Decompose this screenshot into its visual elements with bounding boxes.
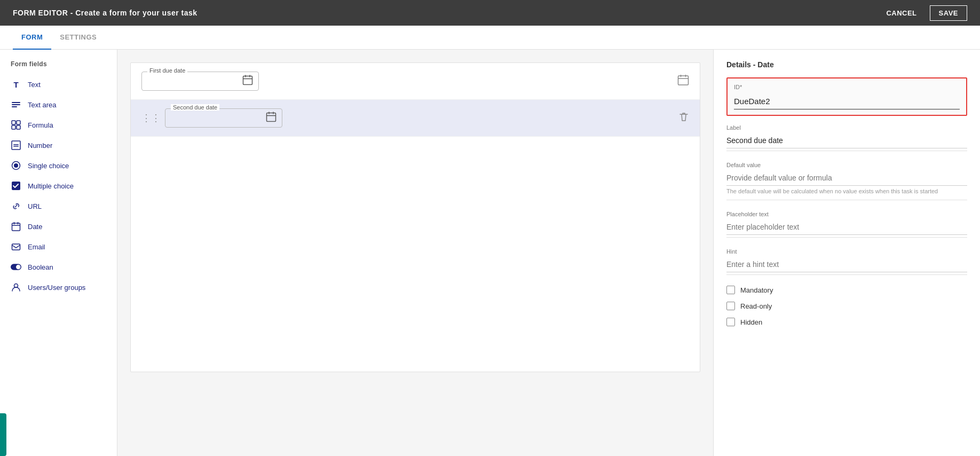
id-field-box: ID* [726,77,967,116]
tab-form[interactable]: FORM [13,26,51,50]
label-field-label: Label [726,124,967,131]
delete-icon[interactable] [678,112,689,125]
mandatory-checkbox-row[interactable]: Mandatory [726,286,967,294]
header: FORM EDITOR - Create a form for your use… [0,0,980,26]
second-due-date-row-actions [678,112,689,125]
cancel-button[interactable]: CANCEL [880,5,923,21]
url-icon [11,201,21,211]
formula-icon [11,120,21,130]
id-field-label: ID* [734,84,960,90]
details-title: Details - Date [726,60,967,69]
date-icon [11,221,21,232]
users-icon [11,282,21,293]
placeholder-text-label: Placeholder text [726,211,967,217]
second-due-date-row[interactable]: ⋮⋮ Second due date [131,100,700,137]
boolean-icon [11,262,21,272]
email-icon [11,241,21,252]
second-due-date-field[interactable]: Second due date [165,108,282,128]
first-due-date-label: First due date [147,67,187,74]
tabs-bar: FORM SETTINGS [0,26,980,50]
placeholder-text-field-group: Placeholder text [726,211,967,238]
default-value-input[interactable] [726,170,967,186]
sidebar-title: Form fields [0,60,117,74]
svg-rect-19 [678,76,689,85]
multiple-choice-icon [11,180,21,191]
svg-rect-7 [12,141,20,150]
save-button[interactable]: SAVE [930,5,967,21]
row-calendar-icon-1 [677,74,689,89]
svg-rect-8 [13,144,19,145]
sidebar-item-label: Text area [28,101,56,109]
mandatory-checkbox[interactable] [726,286,735,294]
first-due-date-row-actions [677,74,689,89]
sidebar-item-label: Number [28,141,52,150]
sidebar-item-label: Email [28,243,45,251]
drag-handle[interactable]: ⋮⋮ [141,112,161,124]
sidebar-item-date[interactable]: Date [0,216,117,237]
teal-bar [0,413,6,456]
placeholder-text-input[interactable] [726,219,967,235]
label-field-input[interactable] [726,133,967,148]
header-actions: CANCEL SAVE [880,5,967,21]
svg-rect-1 [12,104,20,105]
sidebar-item-number[interactable]: Number [0,135,117,155]
sidebar-item-textarea[interactable]: Text area [0,95,117,115]
header-title: FORM EDITOR - Create a form for your use… [13,9,197,17]
default-value-hint: The default value will be calculated whe… [726,188,967,194]
first-due-date-input[interactable] [148,77,234,85]
textarea-icon [11,99,21,110]
sidebar-item-email[interactable]: Email [0,237,117,257]
sidebar-item-multiple-choice[interactable]: Multiple choice [0,176,117,196]
sidebar-item-url[interactable]: URL [0,196,117,216]
read-only-checkbox[interactable] [726,302,735,310]
first-due-date-field-content: First due date [141,72,669,91]
hint-label: Hint [726,248,967,255]
form-canvas: First due date ⋮⋮ [130,62,700,372]
sidebar-item-label: Boolean [28,263,53,271]
sidebar-item-label: Date [28,223,42,231]
first-due-date-calendar-icon [242,75,253,88]
second-due-date-label: Second due date [171,104,219,111]
svg-point-11 [14,163,18,168]
svg-rect-4 [17,121,20,124]
mandatory-label: Mandatory [740,286,773,294]
sidebar-item-label: URL [28,202,42,210]
checkbox-group: Mandatory Read-only Hidden [726,286,967,326]
sidebar-item-single-choice[interactable]: Single choice [0,155,117,176]
sidebar-item-boolean[interactable]: Boolean [0,257,117,277]
default-value-field-group: Default value The default value will be … [726,162,967,200]
first-due-date-field[interactable]: First due date [141,72,259,91]
hidden-checkbox[interactable] [726,318,735,326]
sidebar-item-label: Formula [28,121,53,129]
tab-settings[interactable]: SETTINGS [51,26,105,50]
svg-rect-20 [267,113,276,122]
canvas-area[interactable]: First due date ⋮⋮ [117,50,713,456]
read-only-checkbox-row[interactable]: Read-only [726,302,967,310]
number-icon [11,140,21,151]
hint-field-group: Hint [726,248,967,275]
first-due-date-row[interactable]: First due date [131,63,700,100]
sidebar-item-label: Multiple choice [28,182,74,190]
sidebar-item-users[interactable]: Users/User groups [0,277,117,297]
sidebar-item-text[interactable]: T Text [0,74,117,95]
text-icon: T [11,79,21,90]
read-only-label: Read-only [740,302,772,310]
svg-rect-18 [243,76,252,85]
svg-point-16 [16,265,21,270]
details-panel: Details - Date ID* Label Default value T… [713,50,980,456]
svg-rect-0 [12,102,20,103]
sidebar-item-formula[interactable]: Formula [0,115,117,135]
id-field-input[interactable] [734,93,960,109]
second-due-date-input[interactable] [172,114,257,122]
svg-rect-13 [12,223,20,231]
second-due-date-field-content: Second due date [165,108,670,128]
svg-rect-2 [12,106,17,107]
hint-input[interactable] [726,257,967,272]
second-due-date-calendar-icon [266,112,276,125]
hidden-checkbox-row[interactable]: Hidden [726,318,967,326]
svg-rect-5 [12,125,15,129]
sidebar-item-label: Text [28,81,41,89]
svg-rect-14 [12,244,20,250]
svg-rect-9 [13,146,19,147]
sidebar: Form fields T Text Text area Formula Num… [0,50,117,456]
